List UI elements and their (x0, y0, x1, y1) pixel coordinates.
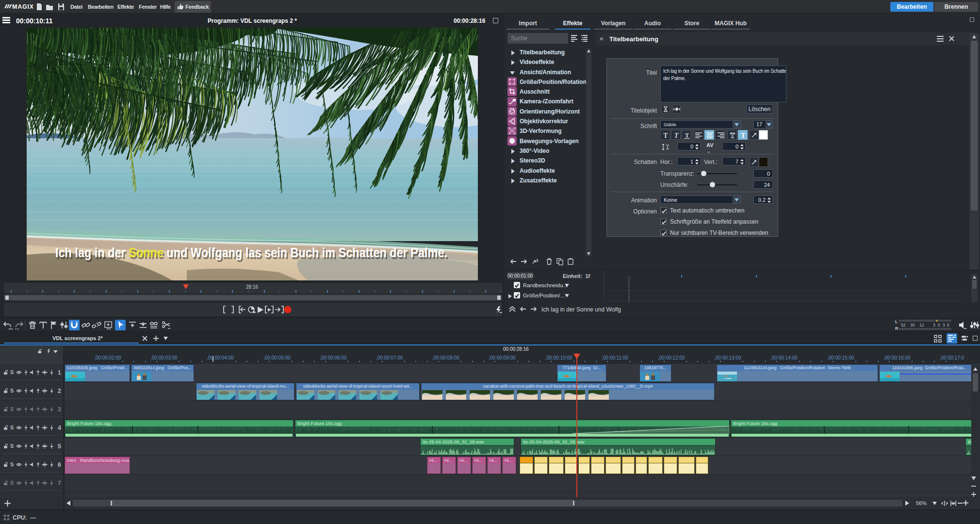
svg-text:T: T (685, 131, 689, 139)
svg-text:MAGIX: MAGIX (12, 3, 33, 10)
svg-text:T: T (730, 132, 735, 139)
svg-text:T: T (663, 132, 668, 139)
svg-text:Ich lag in der Sonne und Wolfg: Ich lag in der Sonne und Wolfgang las se… (55, 245, 447, 260)
svg-text:T: T (741, 132, 746, 139)
svg-text:T: T (674, 132, 679, 139)
